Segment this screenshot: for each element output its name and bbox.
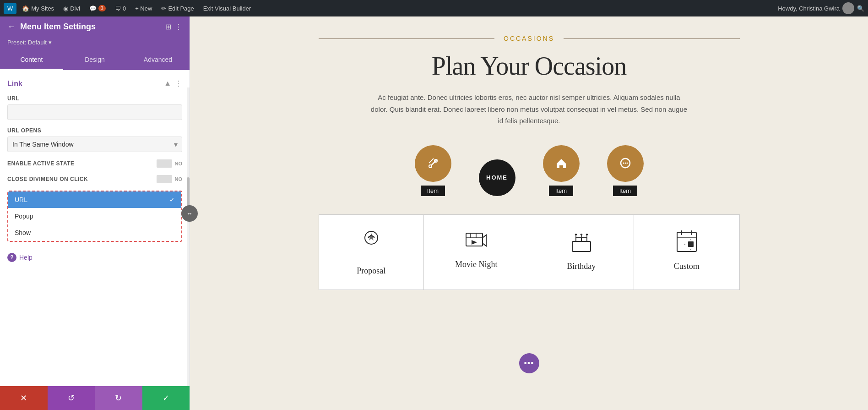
user-menu[interactable]: Howdy, Christina Gwira 🔍 <box>778 2 864 14</box>
occasion-birthday[interactable]: Birthday <box>529 215 635 290</box>
edit-page-button[interactable]: ✏ Edit Page <box>157 3 197 14</box>
url-opens-select[interactable]: In The Same Window In A New Tab <box>7 137 182 152</box>
float-menu-button[interactable]: ••• <box>519 353 539 373</box>
help-link[interactable]: ? Help <box>7 249 182 266</box>
url-opens-label: URL Opens <box>7 127 182 134</box>
svg-point-7 <box>624 162 626 164</box>
section-collapse-icon[interactable]: ▲ <box>164 79 171 88</box>
check-icon: ✓ <box>169 196 175 203</box>
save-button[interactable]: ✓ <box>142 386 190 410</box>
dropdown-option-popup[interactable]: Popup <box>8 208 181 224</box>
close-menu-label: Close DiviMenu On Click <box>7 176 88 182</box>
preview-area: OCCASIONS Plan Your Occasion Ac feugiat … <box>190 16 868 410</box>
circle-tools[interactable] <box>415 145 451 182</box>
icon-circle-item-0: Item <box>415 145 451 196</box>
back-icon[interactable]: ← <box>7 22 16 32</box>
circle-chat[interactable] <box>607 145 644 182</box>
help-label: Help <box>19 254 33 261</box>
comment-icon: 💬 <box>89 5 97 12</box>
close-menu-toggle[interactable] <box>157 175 172 183</box>
svg-line-3 <box>429 159 434 163</box>
wp-icon: W <box>7 5 13 12</box>
occasions-line-left <box>319 38 495 39</box>
undo-icon: ↺ <box>68 393 75 403</box>
tab-content[interactable]: Content <box>0 50 63 70</box>
exit-builder-button[interactable]: Exit Visual Builder <box>200 3 255 14</box>
url-input[interactable] <box>7 104 182 120</box>
panel-header: ← Menu Item Settings ⊞ ⋮ <box>0 16 190 37</box>
pencil-icon: ✏ <box>161 5 166 12</box>
birthday-name: Birthday <box>567 262 596 271</box>
divi-menu[interactable]: ◉ Divi <box>60 3 84 14</box>
occasions-grid: Proposal Movie Night <box>319 214 740 290</box>
enable-active-label: Enable Active State <box>7 160 75 167</box>
house-icon: 🏠 <box>22 5 29 12</box>
redo-button[interactable]: ↻ <box>95 386 142 410</box>
svg-point-8 <box>626 162 628 164</box>
occasions-text: OCCASIONS <box>504 35 554 42</box>
admin-bar: W 🏠 My Sites ◉ Divi 💬 3 🗨 0 + New ✏ Edit… <box>0 0 868 16</box>
panel-scrollbar[interactable] <box>187 87 190 386</box>
svg-point-26 <box>580 234 582 235</box>
icon-circles-row: Item HOME Item <box>319 145 740 196</box>
enable-active-value: NO <box>175 161 183 166</box>
dropdown-option-url[interactable]: URL ✓ <box>8 191 181 208</box>
icon-label-3: Item <box>613 186 637 196</box>
layout-icon[interactable]: ⊞ <box>165 22 171 31</box>
panel-actions: ✕ ↺ ↻ ✓ <box>0 386 190 410</box>
comments-menu[interactable]: 💬 3 <box>86 3 109 14</box>
plan-title: Plan Your Occasion <box>319 51 740 81</box>
birthday-icon <box>570 229 593 256</box>
more-options-icon[interactable]: ⋮ <box>175 22 182 31</box>
panel-content: Link ▲ ⋮ URL URL Opens In The Same Windo… <box>0 70 190 386</box>
check-icon: ✓ <box>163 393 169 403</box>
url-field-group: URL <box>7 95 182 127</box>
url-label: URL <box>7 95 182 102</box>
occasion-proposal[interactable]: Proposal <box>319 215 424 290</box>
icon-circle-item-3: Item <box>607 145 644 196</box>
svg-rect-11 <box>466 233 483 246</box>
proposal-name: Proposal <box>357 266 385 276</box>
proposal-icon <box>360 229 383 261</box>
help-icon: ? <box>7 253 16 262</box>
url-opens-field-group: URL Opens In The Same Window In A New Ta… <box>7 127 182 152</box>
redo-icon: ↻ <box>115 393 122 403</box>
preset-selector[interactable]: Preset: Default ▾ <box>0 37 190 50</box>
enable-active-row: Enable Active State NO <box>7 159 182 168</box>
occasion-custom[interactable]: Custom <box>634 215 739 290</box>
panel-title: Menu Item Settings <box>20 22 96 32</box>
settings-panel: ← Menu Item Settings ⊞ ⋮ Preset: Default… <box>0 16 190 410</box>
custom-name: Custom <box>674 262 700 271</box>
svg-rect-17 <box>572 241 591 251</box>
new-menu[interactable]: + New <box>131 3 156 14</box>
panel-tabs: Content Design Advanced <box>0 50 190 70</box>
occasion-movie-night[interactable]: Movie Night <box>424 215 529 290</box>
section-more-icon[interactable]: ⋮ <box>175 79 182 88</box>
svg-rect-32 <box>688 241 694 247</box>
enable-active-toggle[interactable] <box>157 159 172 168</box>
tab-advanced[interactable]: Advanced <box>126 50 190 70</box>
occasions-line-right <box>564 38 740 39</box>
search-icon: 🔍 <box>857 5 864 12</box>
circle-home-brown[interactable] <box>543 145 580 182</box>
occasions-header: OCCASIONS <box>319 35 740 42</box>
cancel-button[interactable]: ✕ <box>0 386 48 410</box>
my-sites-menu[interactable]: 🏠 My Sites <box>18 3 58 14</box>
tab-design[interactable]: Design <box>63 50 126 70</box>
dropdown-option-show[interactable]: Show <box>8 224 181 241</box>
icon-label-2: Item <box>549 186 573 196</box>
plan-description: Ac feugiat ante. Donec ultricies loborti… <box>369 92 689 127</box>
svg-marker-16 <box>472 240 477 245</box>
circle-home-black[interactable]: HOME <box>479 159 515 196</box>
icon-circle-item-1: HOME <box>479 159 515 196</box>
svg-point-27 <box>586 234 588 235</box>
wp-logo[interactable]: W <box>4 3 16 14</box>
svg-marker-12 <box>483 235 486 246</box>
comments-0[interactable]: 🗨 0 <box>111 3 130 14</box>
comment2-icon: 🗨 <box>115 5 121 12</box>
movie-icon <box>464 229 488 254</box>
svg-point-6 <box>623 162 624 164</box>
undo-button[interactable]: ↺ <box>48 386 95 410</box>
movie-name: Movie Night <box>455 260 498 269</box>
resize-handle[interactable]: ↔ <box>181 205 198 222</box>
